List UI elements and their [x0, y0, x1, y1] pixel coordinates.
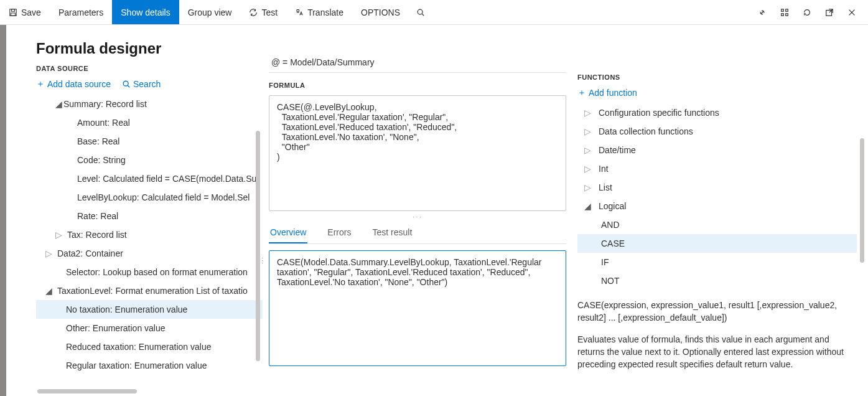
popout-button[interactable] — [818, 1, 841, 24]
show-details-button[interactable]: Show details — [112, 0, 179, 24]
refresh-page-button[interactable] — [796, 1, 818, 24]
tree-item-base[interactable]: Base: Real — [36, 132, 263, 151]
parameters-button[interactable]: Parameters — [50, 0, 112, 24]
plus-icon: ＋ — [577, 87, 586, 98]
splitter-horizontal[interactable]: ··· — [269, 211, 566, 222]
attach-button[interactable] — [751, 1, 773, 24]
tree-item-taxationlevel[interactable]: ◢ TaxationLevel: Format enumeration List… — [36, 281, 263, 300]
tree-item-levelbylookup[interactable]: LevelByLookup: Calculated field = Model.… — [36, 188, 263, 207]
tree-item-other[interactable]: Other: Enumeration value — [36, 319, 263, 337]
tree-item-data2[interactable]: ▷ Data2: Container — [36, 244, 263, 263]
fn-group-label: Int — [599, 164, 609, 174]
expander-expand-icon[interactable]: ▷ — [54, 230, 63, 240]
tree-item-summary[interactable]: ◢ Summary: Record list — [36, 95, 263, 113]
main-area: Formula designer DATA SOURCE ＋ Add data … — [6, 25, 868, 396]
page-title: Formula designer — [36, 40, 263, 57]
tree-label: Code: String — [77, 155, 126, 165]
vertical-scrollbar[interactable] — [256, 131, 260, 361]
tab-overview[interactable]: Overview — [269, 222, 307, 243]
add-function-label: Add function — [589, 88, 637, 98]
svg-line-4 — [422, 14, 424, 16]
svg-line-13 — [128, 85, 129, 87]
tab-errors[interactable]: Errors — [326, 222, 352, 243]
plus-icon: ＋ — [36, 78, 45, 90]
svg-rect-8 — [786, 13, 788, 16]
group-view-label: Group view — [188, 7, 232, 17]
overview-box[interactable]: CASE(Model.Data.Summary.LevelByLookup, T… — [269, 250, 566, 366]
fn-item-not[interactable]: NOT — [577, 271, 857, 290]
search-icon — [416, 8, 425, 17]
expander-expand-icon[interactable]: ▷ — [582, 145, 592, 155]
data-source-label: DATA SOURCE — [36, 65, 263, 72]
group-view-button[interactable]: Group view — [179, 0, 241, 24]
expander-expand-icon[interactable]: ▷ — [44, 248, 54, 258]
fn-item-and[interactable]: AND — [577, 215, 857, 234]
tree-label: Selector: Lookup based on format enumera… — [66, 267, 248, 277]
expander-expand-icon[interactable]: ▷ — [582, 108, 592, 118]
tree-item-amount[interactable]: Amount: Real — [36, 113, 263, 132]
expander-expand-icon[interactable]: ▷ — [582, 182, 592, 192]
tree-label: Reduced taxation: Enumeration value — [66, 342, 211, 352]
fn-item-case[interactable]: CASE — [577, 234, 857, 253]
formula-editor[interactable]: CASE(@.LevelByLookup, TaxationLevel.'Reg… — [269, 95, 566, 211]
close-button[interactable] — [841, 1, 863, 24]
fn-group-datetime[interactable]: ▷Date/time — [577, 141, 857, 159]
fn-group-list[interactable]: ▷List — [577, 178, 857, 197]
test-button[interactable]: Test — [240, 0, 286, 24]
fn-group-label: Configuration specific functions — [599, 108, 719, 118]
tree-label: Tax: Record list — [67, 230, 127, 240]
search-label: Search — [133, 79, 161, 89]
svg-rect-1 — [11, 9, 14, 11]
apps-button[interactable] — [773, 1, 796, 24]
search-data-source-button[interactable]: Search — [122, 78, 161, 90]
fn-group-logical[interactable]: ◢Logical — [577, 197, 857, 215]
tree-item-code[interactable]: Code: String — [36, 151, 263, 169]
horizontal-scrollbar[interactable] — [37, 389, 137, 394]
left-margin-bar — [0, 25, 6, 396]
fn-signature: CASE(expression, expression_value1, resu… — [577, 299, 854, 324]
expander-collapse-icon[interactable]: ◢ — [54, 99, 63, 109]
fn-item-if[interactable]: IF — [577, 253, 857, 271]
show-details-label: Show details — [121, 7, 170, 17]
svg-point-3 — [418, 9, 422, 14]
at-context-line: @ = Model/Data/Summary — [269, 40, 566, 73]
svg-point-12 — [123, 81, 128, 86]
svg-rect-6 — [786, 9, 788, 11]
tree-item-level[interactable]: Level: Calculated field = CASE(model.Dat… — [36, 169, 263, 188]
tree-item-rate[interactable]: Rate: Real — [36, 207, 263, 225]
fn-group-label: List — [599, 182, 612, 192]
svg-rect-2 — [11, 12, 16, 15]
add-data-source-button[interactable]: ＋ Add data source — [36, 78, 111, 90]
save-button[interactable]: Save — [0, 0, 50, 24]
translate-icon — [295, 8, 304, 17]
tree-item-selector[interactable]: Selector: Lookup based on format enumera… — [36, 263, 263, 281]
expander-collapse-icon[interactable]: ◢ — [582, 201, 592, 211]
options-button[interactable]: OPTIONS — [352, 0, 409, 24]
add-function-button[interactable]: ＋ Add function — [577, 87, 637, 98]
fn-group-collection[interactable]: ▷Data collection functions — [577, 122, 857, 141]
translate-label: Translate — [307, 7, 343, 17]
tree-item-regular[interactable]: Regular taxation: Enumeration value — [36, 356, 263, 375]
link-icon — [758, 8, 767, 17]
data-source-panel: Formula designer DATA SOURCE ＋ Add data … — [6, 25, 263, 396]
fn-group-int[interactable]: ▷Int — [577, 159, 857, 178]
tree-label: Level: Calculated field = CASE(model.Dat… — [77, 174, 256, 184]
fn-group-label: Data collection functions — [599, 126, 693, 136]
tree-item-tax[interactable]: ▷ Tax: Record list — [36, 225, 263, 244]
functions-panel: FUNCTIONS ＋ Add function ▷Configuration … — [572, 25, 868, 396]
splitter-vertical[interactable]: ··· — [261, 257, 263, 264]
tree-item-reduced[interactable]: Reduced taxation: Enumeration value — [36, 337, 263, 356]
search-toolbar-button[interactable] — [409, 0, 432, 24]
tree-label: Rate: Real — [77, 211, 118, 221]
tree-item-no-taxation[interactable]: No taxation: Enumeration value — [36, 300, 263, 319]
tab-test-result[interactable]: Test result — [371, 222, 413, 243]
translate-button[interactable]: Translate — [286, 0, 352, 24]
expander-expand-icon[interactable]: ▷ — [582, 164, 592, 174]
search-icon — [122, 80, 131, 88]
vertical-scrollbar[interactable] — [860, 138, 864, 263]
expander-expand-icon[interactable]: ▷ — [582, 126, 592, 136]
expander-collapse-icon[interactable]: ◢ — [44, 286, 54, 296]
fn-group-configuration[interactable]: ▷Configuration specific functions — [577, 103, 857, 122]
formula-panel: @ = Model/Data/Summary FORMULA CASE(@.Le… — [263, 25, 572, 396]
add-data-source-label: Add data source — [47, 79, 111, 89]
